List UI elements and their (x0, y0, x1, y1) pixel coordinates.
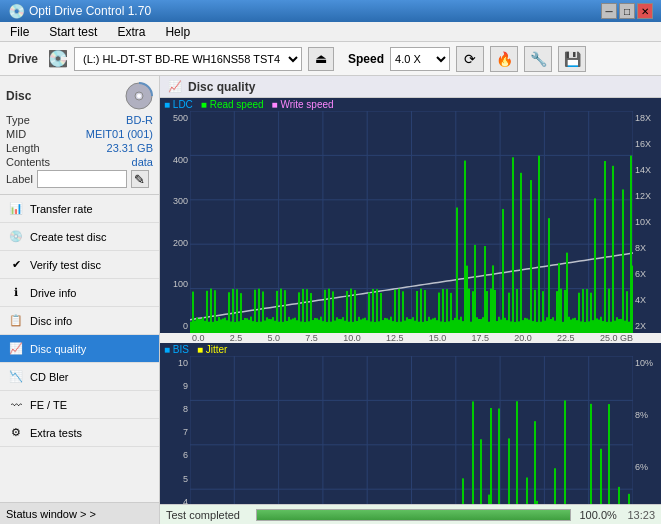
menu-start-test[interactable]: Start test (43, 23, 103, 41)
nav-extra-tests[interactable]: ⚙ Extra tests (0, 419, 159, 447)
length-value: 23.31 GB (107, 142, 153, 154)
extra-tests-icon: ⚙ (8, 425, 24, 441)
label-edit-button[interactable]: ✎ (131, 170, 149, 188)
progress-bar (256, 509, 571, 521)
verify-test-disc-icon: ✔ (8, 257, 24, 273)
status-window-label: Status window > > (6, 508, 96, 520)
bis-legend-jitter: ■ Jitter (197, 344, 228, 355)
content-title: Disc quality (188, 80, 255, 94)
nav-verify-test-disc-label: Verify test disc (30, 259, 101, 271)
drive-label: Drive (8, 52, 38, 66)
ldc-x-axis: 0.02.55.07.510.012.515.017.520.022.525.0… (160, 333, 661, 343)
nav-disc-quality-label: Disc quality (30, 343, 86, 355)
disc-panel: Disc Type BD-R MID MEIT01 (001) Length 2… (0, 76, 159, 195)
content-header-icon: 📈 (168, 80, 182, 93)
nav-extra-tests-label: Extra tests (30, 427, 82, 439)
svg-point-2 (137, 94, 141, 98)
ldc-canvas (190, 111, 633, 333)
progress-bar-area: Test completed 100.0% 13:23 (160, 504, 661, 524)
nav-verify-test-disc[interactable]: ✔ Verify test disc (0, 251, 159, 279)
nav-transfer-rate[interactable]: 📊 Transfer rate (0, 195, 159, 223)
disc-icon (125, 82, 153, 110)
create-test-disc-icon: 💿 (8, 229, 24, 245)
menu-extra[interactable]: Extra (111, 23, 151, 41)
close-button[interactable]: ✕ (637, 3, 653, 19)
drive-select[interactable]: (L:) HL-DT-ST BD-RE WH16NS58 TST4 (74, 47, 302, 71)
nav-create-test-disc-label: Create test disc (30, 231, 106, 243)
mid-value: MEIT01 (001) (86, 128, 153, 140)
disc-info-icon: 📋 (8, 313, 24, 329)
maximize-button[interactable]: □ (619, 3, 635, 19)
menu-help[interactable]: Help (159, 23, 196, 41)
cd-bler-icon: 📉 (8, 369, 24, 385)
charts-area: ■ LDC ■ Read speed ■ Write speed 5004003… (160, 98, 661, 504)
nav-cd-bler[interactable]: 📉 CD Bler (0, 363, 159, 391)
ldc-legend-ldc: ■ LDC (164, 99, 193, 110)
nav-create-test-disc[interactable]: 💿 Create test disc (0, 223, 159, 251)
minimize-button[interactable]: ─ (601, 3, 617, 19)
nav-disc-quality[interactable]: 📈 Disc quality (0, 335, 159, 363)
transfer-rate-icon: 📊 (8, 201, 24, 217)
content-area: 📈 Disc quality ■ LDC ■ Read speed ■ Writ… (160, 76, 661, 524)
disc-panel-title: Disc (6, 89, 31, 103)
type-label: Type (6, 114, 30, 126)
titlebar-controls: ─ □ ✕ (601, 3, 653, 19)
contents-label: Contents (6, 156, 50, 168)
nav-cd-bler-label: CD Bler (30, 371, 69, 383)
main-area: Disc Type BD-R MID MEIT01 (001) Length 2… (0, 76, 661, 524)
content-header: 📈 Disc quality (160, 76, 661, 98)
sidebar: Disc Type BD-R MID MEIT01 (001) Length 2… (0, 76, 160, 524)
progress-percentage: 100.0% (579, 509, 619, 521)
ldc-legend-read: ■ Read speed (201, 99, 264, 110)
toolbar: Drive 💽 (L:) HL-DT-ST BD-RE WH16NS58 TST… (0, 42, 661, 76)
time-display: 13:23 (627, 509, 655, 521)
drive-info-icon: ℹ (8, 285, 24, 301)
status-text: Test completed (166, 509, 240, 521)
nav-items: 📊 Transfer rate 💿 Create test disc ✔ Ver… (0, 195, 159, 502)
label-input[interactable] (37, 170, 127, 188)
ldc-legend-write: ■ Write speed (272, 99, 334, 110)
speed-label: Speed (348, 52, 384, 66)
nav-disc-info-label: Disc info (30, 315, 72, 327)
fe-te-icon: 〰 (8, 397, 24, 413)
bis-chart: 10987654321 10%8%6%4%2% (160, 356, 661, 504)
nav-fe-te[interactable]: 〰 FE / TE (0, 391, 159, 419)
progress-fill (257, 510, 570, 520)
burn-button[interactable]: 🔥 (490, 46, 518, 72)
status-window-link[interactable]: Status window > > (0, 502, 159, 524)
nav-transfer-rate-label: Transfer rate (30, 203, 93, 215)
drive-icon: 💽 (48, 49, 68, 68)
nav-drive-info-label: Drive info (30, 287, 76, 299)
nav-drive-info[interactable]: ℹ Drive info (0, 279, 159, 307)
ldc-chart-container: ■ LDC ■ Read speed ■ Write speed 5004003… (160, 98, 661, 343)
disc-quality-icon: 📈 (8, 341, 24, 357)
refresh-button[interactable]: ⟳ (456, 46, 484, 72)
bis-legend-bis: ■ BIS (164, 344, 189, 355)
app-icon: 💿 (8, 3, 25, 19)
titlebar: 💿 Opti Drive Control 1.70 ─ □ ✕ (0, 0, 661, 22)
eject-button[interactable]: ⏏ (308, 47, 334, 71)
save-button[interactable]: 💾 (558, 46, 586, 72)
nav-disc-info[interactable]: 📋 Disc info (0, 307, 159, 335)
bis-canvas (190, 356, 633, 504)
titlebar-title: 💿 Opti Drive Control 1.70 (8, 3, 151, 19)
label-label: Label (6, 173, 33, 185)
bis-chart-container: ■ BIS ■ Jitter 10987654321 10%8%6%4%2% (160, 343, 661, 504)
nav-fe-te-label: FE / TE (30, 399, 67, 411)
ldc-chart: 5004003002001000 18X16X14X12X10X8X6X4X2X (160, 111, 661, 333)
menubar: File Start test Extra Help (0, 22, 661, 42)
mid-label: MID (6, 128, 26, 140)
contents-value: data (132, 156, 153, 168)
type-value: BD-R (126, 114, 153, 126)
menu-file[interactable]: File (4, 23, 35, 41)
settings-button[interactable]: 🔧 (524, 46, 552, 72)
app-title: Opti Drive Control 1.70 (29, 4, 151, 18)
length-label: Length (6, 142, 40, 154)
speed-select[interactable]: 4.0 X (390, 47, 450, 71)
